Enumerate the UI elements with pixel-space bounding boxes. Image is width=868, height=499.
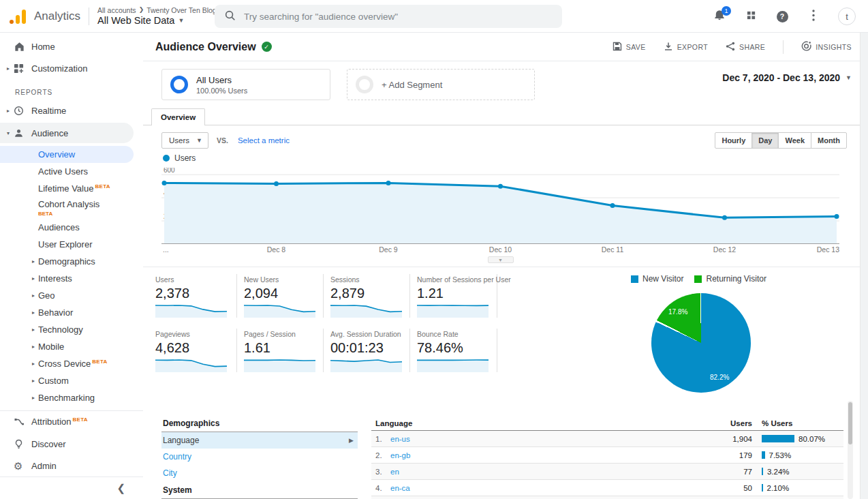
page-title: Audience Overview: [155, 41, 256, 53]
language-link[interactable]: en-ca: [390, 484, 410, 492]
table-row-en: 3.en773.24%: [371, 464, 843, 480]
dimensions-panel: Demographics Language▶CountryCity System…: [161, 416, 358, 499]
sidebar-item-label: Cross DeviceBETA: [0, 359, 108, 369]
share-button[interactable]: SHARE: [726, 42, 765, 52]
sidebar-item-technology[interactable]: ▸Technology: [0, 321, 143, 338]
segment-all-users[interactable]: All Users 100.00% Users: [161, 69, 330, 100]
segment-circle-gray-icon: [356, 76, 373, 93]
beta-badge: BETA: [73, 417, 88, 423]
verified-check-icon: ✓: [262, 42, 272, 52]
sidebar-item-cohort-analysis[interactable]: Cohort AnalysisBETA: [0, 197, 143, 219]
date-range-picker[interactable]: Dec 7, 2020 - Dec 13, 2020 ▼: [722, 72, 852, 83]
report-header: Audience Overview ✓ SAVEEXPORTSHAREINSIG…: [143, 33, 868, 61]
sidebar-item-demographics[interactable]: ▸Demographics: [0, 253, 143, 270]
chevron-right-icon: ▸: [30, 344, 37, 350]
table-cell-language: 2.en-gb: [371, 451, 689, 459]
attribution-icon: [14, 417, 26, 427]
divider: [89, 7, 89, 25]
legend-label: New Visitor: [642, 274, 683, 284]
language-link[interactable]: en: [390, 468, 399, 476]
breadcrumb-all-accounts[interactable]: All accounts: [97, 6, 136, 14]
sidebar-item-realtime[interactable]: ▸Realtime: [0, 100, 143, 121]
column-header-language[interactable]: Language: [371, 419, 689, 427]
visitor-pie-block: New VisitorReturning Visitor 82.2%17.8%: [623, 274, 800, 393]
user-avatar[interactable]: t: [838, 7, 856, 25]
breadcrumb-account[interactable]: Twenty Over Ten Blog: [146, 6, 217, 14]
apps-grid-button[interactable]: [744, 10, 758, 23]
pie-legend: New VisitorReturning Visitor: [631, 274, 800, 284]
help-button[interactable]: ?: [775, 10, 789, 23]
dimension-link-language[interactable]: Language▶: [161, 432, 358, 449]
sidebar-item-label: Home: [0, 42, 55, 52]
sidebar-item-audience[interactable]: ▾Audience: [0, 123, 134, 143]
pct-value: 3.24%: [767, 468, 790, 476]
search-bar[interactable]: [215, 5, 562, 28]
sidebar-item-user-explorer[interactable]: User Explorer: [0, 236, 143, 253]
legend-item-new-visitor: New Visitor: [631, 274, 683, 284]
granularity-day[interactable]: Day: [751, 132, 779, 149]
search-input[interactable]: [244, 12, 530, 22]
table-cell-language: 1.en-us: [371, 435, 689, 443]
property-selector[interactable]: All Web Site Data ▼: [97, 15, 217, 27]
notifications-button[interactable]: 1: [713, 10, 726, 23]
sidebar-item-admin[interactable]: ⚙Admin: [0, 455, 143, 477]
sidebar-item-cross-device[interactable]: ▸Cross DeviceBETA: [0, 355, 143, 372]
granularity-week[interactable]: Week: [778, 132, 811, 149]
tab-overview[interactable]: Overview: [151, 108, 205, 125]
sidebar-item-overview[interactable]: Overview: [0, 146, 134, 163]
share-icon: [726, 42, 735, 52]
sidebar-item-behavior[interactable]: ▸Behavior: [0, 304, 143, 321]
sidebar-item-lifetime-value[interactable]: Lifetime ValueBETA: [0, 180, 143, 197]
chevron-down-icon: ▾: [5, 130, 12, 136]
language-link[interactable]: en-us: [390, 435, 410, 443]
x-tick-label: Dec 9: [379, 245, 397, 254]
scorecard-pages-session: Pages / Session1.61: [237, 329, 324, 372]
column-header-pct-users[interactable]: % Users: [758, 419, 843, 427]
demographics-header: Demographics: [161, 416, 358, 432]
sidebar-item-mobile[interactable]: ▸Mobile: [0, 338, 143, 355]
sidebar-collapse[interactable]: ❮: [0, 477, 143, 499]
scrollbar-thumb[interactable]: [848, 402, 852, 444]
sidebar-item-interests[interactable]: ▸Interests: [0, 270, 143, 287]
analytics-logo-icon: [11, 9, 27, 24]
table-cell-pct-users: 7.53%: [758, 451, 843, 459]
export-button[interactable]: EXPORT: [664, 42, 708, 52]
legend-item-returning-visitor: Returning Visitor: [694, 274, 766, 284]
add-segment-button[interactable]: + Add Segment: [347, 69, 535, 100]
save-button[interactable]: SAVE: [613, 42, 646, 52]
insights-button[interactable]: INSIGHTS: [801, 41, 852, 52]
pct-value: 7.53%: [769, 451, 792, 459]
beta-badge: BETA: [92, 359, 107, 365]
table-cell-language: 4.en-ca: [371, 484, 689, 492]
granularity-month[interactable]: Month: [811, 132, 847, 149]
select-metric-link[interactable]: Select a metric: [238, 136, 290, 145]
scorecard-value: 2,378: [155, 286, 232, 301]
sidebar-item-discover[interactable]: Discover: [0, 433, 143, 455]
sidebar-item-attribution[interactable]: AttributionBETA: [0, 411, 143, 433]
sidebar-item-custom[interactable]: ▸Custom: [0, 372, 143, 389]
metric-dropdown[interactable]: Users ▼: [161, 132, 208, 149]
language-link[interactable]: en-gb: [390, 451, 410, 459]
granularity-hourly[interactable]: Hourly: [715, 132, 752, 149]
analytics-logo[interactable]: Analytics: [0, 9, 87, 24]
sidebar-item-audiences[interactable]: Audiences: [0, 219, 143, 236]
sidebar-item-active-users[interactable]: Active Users: [0, 163, 143, 180]
column-header-users[interactable]: Users: [689, 419, 758, 427]
metrics-area: Users2,378New Users2,094Sessions2,879Num…: [143, 274, 868, 402]
sidebar-item-label: Lifetime ValueBETA: [0, 183, 110, 194]
chevron-right-icon: ▸: [30, 292, 37, 299]
dimension-link-country[interactable]: Country: [161, 449, 358, 465]
metric-dropdown-value: Users: [169, 136, 189, 145]
scorecard-sparkline: [244, 304, 319, 318]
timeseries-chart: 200400600 ...Dec 8Dec 9Dec 10Dec 11Dec 1…: [161, 168, 839, 263]
sidebar-item-benchmarking[interactable]: ▸Benchmarking: [0, 389, 143, 406]
sidebar-item-home[interactable]: Home: [0, 35, 143, 57]
sidebar-item-customization[interactable]: ▸Customization: [0, 57, 143, 79]
chart-expander-button[interactable]: ▼: [488, 256, 514, 263]
sidebar-item-geo[interactable]: ▸Geo: [0, 287, 143, 304]
dimension-link-city[interactable]: City: [161, 465, 358, 481]
chevron-down-icon: ▼: [178, 17, 184, 24]
more-options-button[interactable]: [807, 10, 820, 23]
table-cell-language: 3.en: [371, 468, 689, 476]
table-scrollbar[interactable]: [848, 401, 853, 499]
